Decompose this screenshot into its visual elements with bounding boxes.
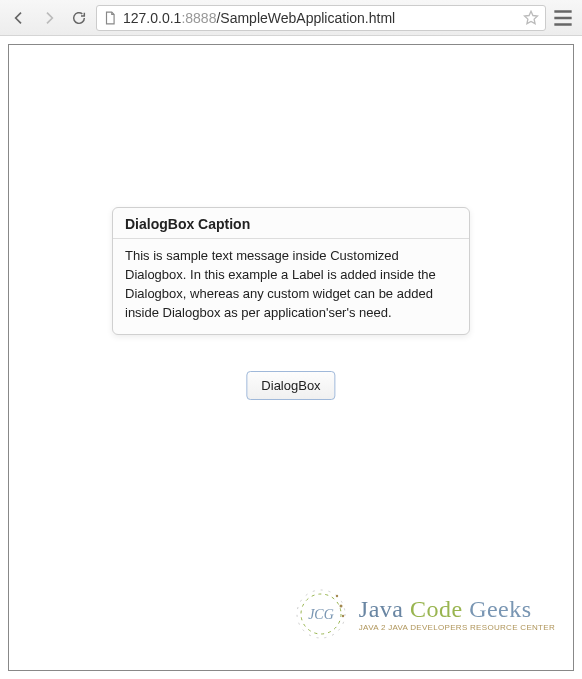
hamburger-icon xyxy=(550,5,576,31)
dialog-body: This is sample text message inside Custo… xyxy=(113,239,469,334)
logo-tagline: Java 2 Java Developers Resource Center xyxy=(359,624,555,632)
address-bar[interactable]: 127.0.0.1:8888/SampleWebApplication.html xyxy=(96,5,546,31)
arrow-left-icon xyxy=(11,10,27,26)
svg-text:JCG: JCG xyxy=(308,607,334,622)
reload-button[interactable] xyxy=(66,5,92,31)
dialog-box[interactable]: DialogBox Caption This is sample text me… xyxy=(112,207,470,335)
svg-point-3 xyxy=(336,595,338,597)
url-host: 127.0.0.1 xyxy=(123,10,181,26)
reload-icon xyxy=(71,10,87,26)
logo-text: Java Code Geeks Java 2 Java Developers R… xyxy=(359,597,555,632)
logo-mark-icon: JCG xyxy=(293,586,349,642)
logo-word-java: Java xyxy=(359,596,404,622)
svg-point-2 xyxy=(339,605,342,608)
forward-button[interactable] xyxy=(36,5,62,31)
logo: JCG Java Code Geeks Java 2 Java Develope… xyxy=(293,586,555,642)
hamburger-menu-button[interactable] xyxy=(550,5,576,31)
bookmark-star-icon[interactable] xyxy=(523,10,539,26)
arrow-right-icon xyxy=(41,10,57,26)
page-icon xyxy=(103,11,117,25)
browser-toolbar: 127.0.0.1:8888/SampleWebApplication.html xyxy=(0,0,582,36)
viewport: DialogBox Caption This is sample text me… xyxy=(0,36,582,679)
dialogbox-button[interactable]: DialogBox xyxy=(246,371,335,400)
url-text: 127.0.0.1:8888/SampleWebApplication.html xyxy=(123,10,395,26)
dialog-caption[interactable]: DialogBox Caption xyxy=(113,208,469,239)
page-content: DialogBox Caption This is sample text me… xyxy=(8,44,574,671)
logo-word-geeks: Geeks xyxy=(469,596,531,622)
logo-word-code: Code xyxy=(410,596,463,622)
logo-title: Java Code Geeks xyxy=(359,597,555,621)
svg-point-4 xyxy=(342,615,344,617)
button-container: DialogBox xyxy=(246,371,335,400)
back-button[interactable] xyxy=(6,5,32,31)
url-path: /SampleWebApplication.html xyxy=(216,10,395,26)
url-port: :8888 xyxy=(181,10,216,26)
